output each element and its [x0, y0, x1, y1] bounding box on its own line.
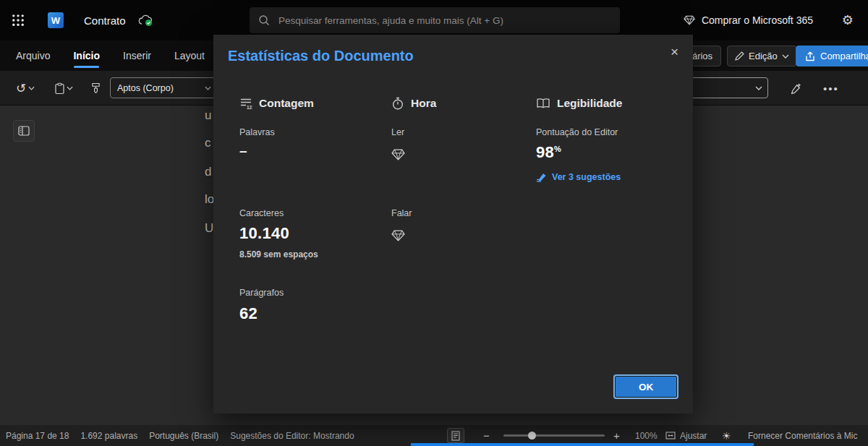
font-name-value: Aptos (Corpo): [117, 83, 174, 93]
paragraphs-label: Parágrafos: [239, 288, 284, 298]
buy-label: Comprar o Microsoft 365: [702, 14, 813, 26]
view-suggestions-label: Ver 3 sugestões: [552, 172, 621, 182]
ok-button[interactable]: OK: [615, 376, 677, 398]
word-logo-icon[interactable]: W: [48, 12, 64, 28]
chevron-down-icon[interactable]: [67, 86, 73, 90]
time-section-header: Hora: [391, 97, 436, 110]
buy-microsoft-365-button[interactable]: Comprar o Microsoft 365: [684, 0, 813, 40]
fit-label: Ajustar: [680, 431, 707, 441]
search-input[interactable]: [277, 14, 611, 27]
cloud-saved-icon[interactable]: [137, 14, 153, 27]
editor-pen-icon: [536, 173, 548, 182]
chevron-down-icon: [782, 54, 789, 59]
zoom-slider-track[interactable]: [503, 434, 605, 437]
document-text-fragment: U: [205, 221, 213, 236]
close-icon[interactable]: ×: [666, 42, 683, 61]
word-app-window: W Contrato: [0, 0, 868, 446]
dialog-title: Estatísticas do Documento: [228, 48, 414, 64]
zoom-slider-thumb[interactable]: [528, 432, 536, 439]
document-text-fragment: c: [205, 136, 211, 150]
format-painter-icon: [91, 82, 101, 94]
undo-button[interactable]: ↺: [16, 71, 35, 106]
pencil-icon: [735, 51, 744, 61]
stopwatch-icon: [391, 97, 404, 110]
count-section-header: 123 Contagem: [239, 97, 314, 110]
editor-score-value: 98%: [536, 143, 561, 162]
tab-inserir[interactable]: Inserir: [123, 40, 151, 71]
words-label: Palavras: [239, 127, 275, 137]
app-launcher-icon[interactable]: [12, 14, 25, 27]
readability-section-header: Legibilidade: [536, 97, 622, 110]
search-icon: [258, 14, 270, 26]
share-icon: [805, 51, 815, 61]
time-header-label: Hora: [411, 97, 436, 110]
count-header-label: Contagem: [259, 97, 314, 110]
view-suggestions-link[interactable]: Ver 3 sugestões: [536, 172, 621, 182]
paragraphs-value: 62: [239, 304, 258, 323]
fit-width-icon: [665, 432, 676, 439]
feedback-link[interactable]: Fornecer Comentários à Mic: [748, 425, 857, 446]
editor-pen-sparkle-icon[interactable]: [790, 82, 802, 95]
chevron-down-icon: [205, 86, 211, 90]
language-indicator[interactable]: Português (Brasil): [149, 431, 218, 441]
document-text-fragment: d: [205, 165, 211, 179]
editing-mode-label: Edição: [749, 51, 778, 61]
page-count[interactable]: Página 17 de 18: [6, 431, 69, 441]
premium-gem-icon: [684, 15, 695, 25]
tab-inicio[interactable]: Início: [73, 40, 100, 71]
characters-label: Caracteres: [239, 208, 284, 218]
document-text-fragment: u: [205, 108, 211, 123]
open-book-icon: [536, 98, 550, 109]
editing-mode-button[interactable]: Edição: [727, 46, 797, 67]
premium-gem-icon: [391, 149, 405, 160]
premium-gem-icon: [391, 230, 405, 241]
editor-suggestions-status[interactable]: Sugestões do Editor: Mostrando: [230, 431, 354, 441]
settings-gear-icon[interactable]: ⚙: [842, 0, 854, 40]
status-left-group: Página 17 de 18 1.692 palavras Português…: [6, 425, 354, 446]
speak-time-label: Falar: [391, 208, 412, 218]
word-count[interactable]: 1.692 palavras: [80, 431, 137, 441]
score-percent-sign: %: [554, 145, 561, 153]
document-statistics-dialog: Estatísticas do Documento × 123 Contagem…: [213, 35, 693, 413]
page-view-button[interactable]: [447, 428, 464, 443]
clipboard-icon: [55, 82, 64, 95]
tab-arquivo[interactable]: Arquivo: [16, 40, 50, 71]
undo-icon: ↺: [16, 82, 26, 95]
chevron-down-icon: [755, 86, 762, 90]
chevron-down-icon[interactable]: [28, 86, 35, 90]
share-label: Compartilhar: [820, 51, 868, 61]
format-painter-button[interactable]: [91, 71, 101, 106]
svg-text:123: 123: [247, 105, 252, 110]
readability-header-label: Legibilidade: [557, 97, 622, 110]
font-name-select[interactable]: Aptos (Corpo): [110, 77, 218, 98]
words-value: –: [239, 143, 247, 159]
more-options-button[interactable]: •••: [823, 71, 839, 106]
characters-value: 10.140: [239, 224, 289, 243]
editor-score-label: Pontuação do Editor: [536, 127, 618, 137]
count-123-icon: 123: [239, 97, 252, 110]
ribbon-tabs: Arquivo Início Inserir Layout: [16, 40, 205, 71]
tab-layout[interactable]: Layout: [174, 40, 205, 71]
comments-label-fragment: ários: [692, 51, 712, 61]
share-button[interactable]: Compartilhar: [796, 46, 868, 67]
taskbar-accent-strip: [411, 443, 754, 446]
navigation-pane-button[interactable]: [13, 120, 35, 142]
characters-no-spaces: 8.509 sem espaços: [239, 249, 318, 260]
paste-button[interactable]: [55, 71, 73, 106]
document-title[interactable]: Contrato: [84, 0, 126, 40]
search-bar[interactable]: [250, 7, 620, 33]
read-time-label: Ler: [391, 127, 404, 137]
score-number: 98: [536, 143, 554, 161]
